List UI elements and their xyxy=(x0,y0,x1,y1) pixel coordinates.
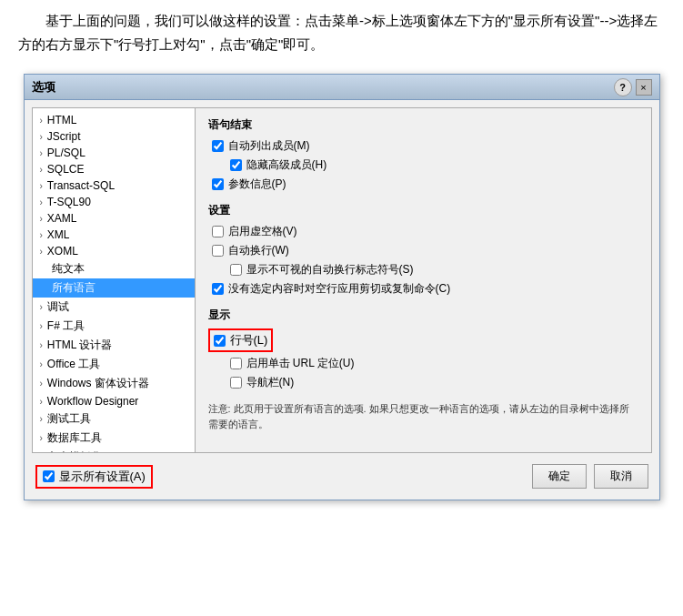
dialog-footer: 显示所有设置(A) 确定 取消 xyxy=(32,459,652,492)
tree-arrow-windows-designer: › xyxy=(40,379,43,389)
tree-label-db-tools: 数据库工具 xyxy=(47,430,102,446)
tree-label-office-tools: Office 工具 xyxy=(47,357,100,372)
checkbox-word-wrap-input[interactable] xyxy=(212,245,224,257)
dialog-body: ›HTML›JScript›PL/SQL›SQLCE›Transact-SQL›… xyxy=(25,100,659,500)
tree-arrow-workflow-designer: › xyxy=(40,397,43,407)
tree-arrow-t-sql90: › xyxy=(40,197,43,207)
checkbox-hide-advanced-input[interactable] xyxy=(230,159,242,171)
dialog-titlebar: 选项 ? × xyxy=(25,75,659,100)
checkbox-virtual-space-input[interactable] xyxy=(212,226,224,237)
tree-label-debug: 调试 xyxy=(47,299,69,315)
checkbox-url-nav-label: 启用单击 URL 定位(U) xyxy=(246,356,355,371)
checkbox-auto-list-input[interactable] xyxy=(212,140,224,152)
tree-arrow-xaml: › xyxy=(40,214,43,224)
tree-arrow-db-tools: › xyxy=(40,433,43,443)
ok-button[interactable]: 确定 xyxy=(532,464,587,489)
checkbox-url-nav-input[interactable] xyxy=(230,358,242,369)
checkbox-line-numbers-highlighted: 行号(L) xyxy=(208,328,274,352)
tree-label-windows-designer: Windows 窗体设计器 xyxy=(47,376,149,391)
tree-item-xaml[interactable]: ›XAML xyxy=(33,210,195,227)
tree-item-html[interactable]: ›HTML xyxy=(33,112,195,128)
checkbox-auto-list-label: 自动列出成员(M) xyxy=(228,138,310,154)
checkbox-line-numbers-label: 行号(L) xyxy=(230,332,268,348)
show-all-settings-label: 显示所有设置(A) xyxy=(59,469,146,485)
section-display: 显示 行号(L) 启用单击 URL 定位(U) 导航栏(N) xyxy=(208,308,638,390)
tree-item-workflow-designer[interactable]: ›Workflow Designer xyxy=(33,393,195,409)
tree-arrow-office-tools: › xyxy=(40,359,43,369)
checkbox-word-wrap: 自动换行(W) xyxy=(208,243,638,258)
cancel-button[interactable]: 取消 xyxy=(594,464,648,489)
close-button[interactable]: × xyxy=(636,79,652,96)
section3-title: 显示 xyxy=(208,308,638,323)
checkbox-virtual-space-label: 启用虚空格(V) xyxy=(228,224,297,239)
checkbox-line-numbers-input[interactable] xyxy=(214,335,226,347)
intro-text: 基于上面的问题，我们可以做这样的设置：点击菜单->标上选项窗体左下方的"显示所有… xyxy=(18,9,665,56)
checkbox-param-info-label: 参数信息(P) xyxy=(228,177,286,192)
tree-item-db-tools[interactable]: ›数据库工具 xyxy=(33,429,195,448)
tree-label-fsharp-tools: F# 工具 xyxy=(47,318,85,334)
tree-item-xml[interactable]: ›XML xyxy=(33,227,195,243)
note-text: 注意: 此页用于设置所有语言的选项. 如果只想更改一种语言的选项，请从左边的目录… xyxy=(208,401,638,431)
tree-label-plain-text: 纯文本 xyxy=(52,261,85,277)
checkbox-cut-copy-label: 没有选定内容时对空行应用剪切或复制命令(C) xyxy=(228,281,451,297)
tree-label-text-templates: 文本模板化 xyxy=(47,449,102,453)
tree-container: ›HTML›JScript›PL/SQL›SQLCE›Transact-SQL›… xyxy=(33,108,195,453)
checkbox-url-nav: 启用单击 URL 定位(U) xyxy=(208,356,638,371)
tree-arrow-transact-sql: › xyxy=(40,181,43,191)
tree-item-jscript[interactable]: ›JScript xyxy=(33,128,195,145)
right-panel: 语句结束 自动列出成员(M) 隐藏高级成员(H) 参数信息(P) xyxy=(196,107,652,453)
tree-label-workflow-designer: Workflow Designer xyxy=(47,395,138,408)
tree-item-debug[interactable]: ›调试 xyxy=(33,298,195,317)
checkbox-navbar: 导航栏(N) xyxy=(208,375,638,390)
tree-item-office-tools[interactable]: ›Office 工具 xyxy=(33,355,195,374)
tree-item-transact-sql[interactable]: ›Transact-SQL xyxy=(33,177,195,194)
checkbox-word-wrap-label: 自动换行(W) xyxy=(228,243,289,258)
tree-label-html: HTML xyxy=(47,114,77,126)
tree-item-html-designer[interactable]: ›HTML 设计器 xyxy=(33,336,195,355)
tree-item-xoml[interactable]: ›XOML xyxy=(33,243,195,259)
checkbox-cut-copy: 没有选定内容时对空行应用剪切或复制命令(C) xyxy=(208,281,638,297)
checkbox-cut-copy-input[interactable] xyxy=(212,283,224,295)
tree-label-xoml: XOML xyxy=(47,245,78,258)
tree-item-text-templates[interactable]: ›文本模板化 xyxy=(33,448,195,453)
show-all-settings-checkbox[interactable] xyxy=(43,470,55,482)
footer-buttons: 确定 取消 xyxy=(532,464,648,489)
tree-label-test-tools: 测试工具 xyxy=(47,411,91,427)
tree-item-t-sql90[interactable]: ›T-SQL90 xyxy=(33,194,195,210)
tree-item-test-tools[interactable]: ›测试工具 xyxy=(33,409,195,429)
checkbox-hide-advanced-label: 隐藏高级成员(H) xyxy=(246,157,327,173)
tree-item-plain-text[interactable]: 纯文本 xyxy=(33,259,195,278)
tree-label-xaml: XAML xyxy=(47,212,77,225)
tree-arrow-xml: › xyxy=(40,230,43,240)
tree-item-windows-designer[interactable]: ›Windows 窗体设计器 xyxy=(33,374,195,393)
checkbox-param-info: 参数信息(P) xyxy=(208,177,638,192)
tree-label-all-languages: 所有语言 xyxy=(52,280,95,296)
tree-label-xml: XML xyxy=(47,228,70,241)
tree-item-plsql[interactable]: ›PL/SQL xyxy=(33,145,195,161)
tree-label-jscript: JScript xyxy=(47,130,81,143)
tree-label-sqlce: SQLCE xyxy=(47,163,85,176)
checkbox-hide-advanced: 隐藏高级成员(H) xyxy=(208,157,638,173)
tree-item-fsharp-tools[interactable]: ›F# 工具 xyxy=(33,317,195,336)
tree-arrow-jscript: › xyxy=(40,132,43,142)
tree-arrow-text-templates: › xyxy=(40,452,43,453)
dialog-content: ›HTML›JScript›PL/SQL›SQLCE›Transact-SQL›… xyxy=(32,107,652,453)
checkbox-param-info-input[interactable] xyxy=(212,178,224,190)
checkbox-wrap-glyph: 显示不可视的自动换行标志符号(S) xyxy=(208,262,638,278)
checkbox-navbar-input[interactable] xyxy=(230,377,242,389)
checkbox-wrap-glyph-label: 显示不可视的自动换行标志符号(S) xyxy=(246,262,414,278)
tree-item-all-languages[interactable]: 所有语言 xyxy=(33,278,195,298)
tree-label-html-designer: HTML 设计器 xyxy=(47,338,113,353)
tree-item-sqlce[interactable]: ›SQLCE xyxy=(33,161,195,177)
section1-title: 语句结束 xyxy=(208,117,638,133)
tree-arrow-html-designer: › xyxy=(40,340,43,350)
checkbox-auto-list: 自动列出成员(M) xyxy=(208,138,638,154)
section-settings: 设置 启用虚空格(V) 自动换行(W) 显示不可视的自动换行标志符号(S) xyxy=(208,203,638,297)
show-all-settings-container: 显示所有设置(A) xyxy=(35,465,153,489)
tree-arrow-plsql: › xyxy=(40,148,43,158)
left-tree-panel: ›HTML›JScript›PL/SQL›SQLCE›Transact-SQL›… xyxy=(32,107,196,453)
checkbox-wrap-glyph-input[interactable] xyxy=(230,264,242,276)
tree-arrow-sqlce: › xyxy=(40,165,43,175)
section2-title: 设置 xyxy=(208,203,638,218)
help-button[interactable]: ? xyxy=(614,78,632,96)
